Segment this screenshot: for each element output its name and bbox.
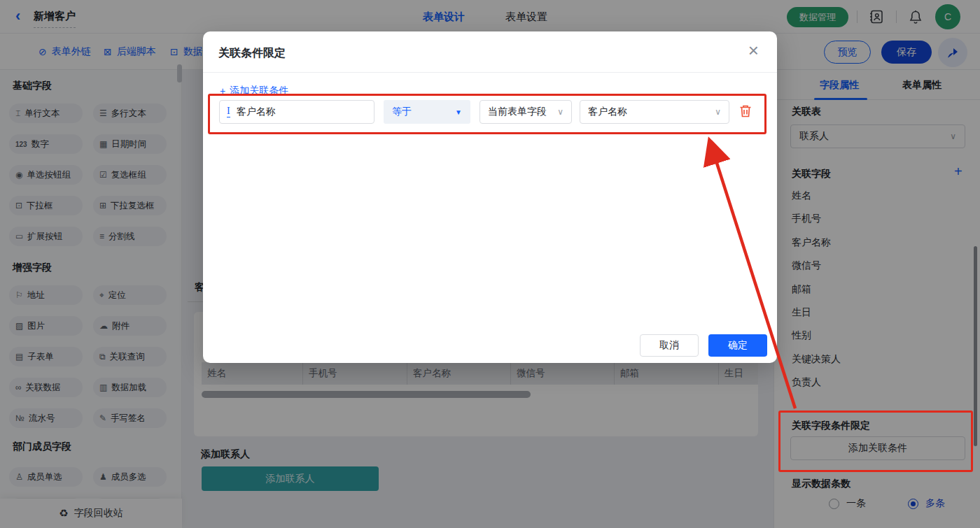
divider <box>203 72 777 73</box>
annotation-rect-condition-row <box>208 94 766 134</box>
confirm-button[interactable]: 确定 <box>708 334 767 357</box>
condition-limit-dialog: 关联条件限定 × + 添加关联条件 I 客户名称 等于 ▼ 当前表单字段 ∨ 客… <box>203 31 777 363</box>
dialog-title: 关联条件限定 <box>218 46 286 61</box>
close-icon[interactable]: × <box>748 41 759 59</box>
cancel-button[interactable]: 取消 <box>640 334 699 357</box>
annotation-rect-panel-condition <box>778 411 973 472</box>
